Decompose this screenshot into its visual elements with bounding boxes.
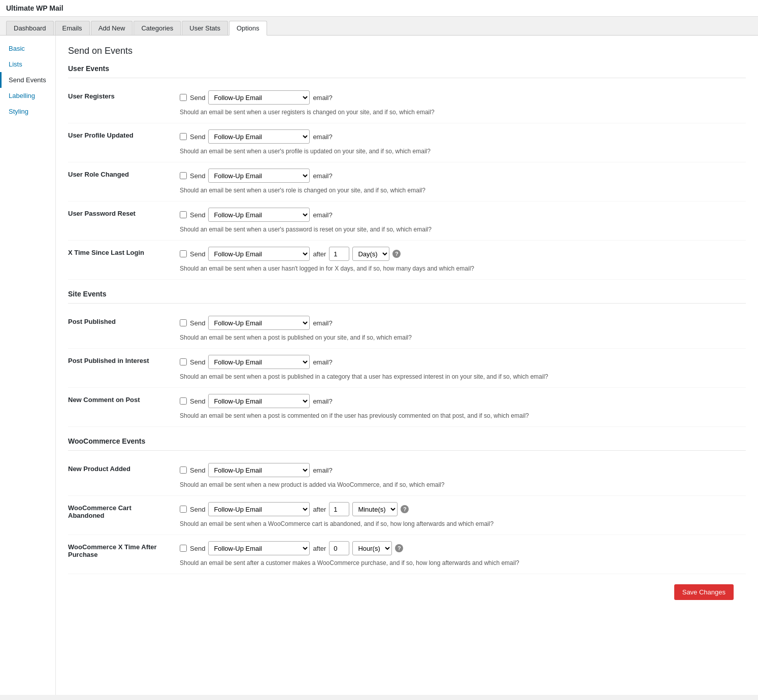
event-description: Should an email be sent when a user's pr…	[180, 147, 746, 156]
event-control-row: SendFollow-Up Emailemail?	[180, 463, 746, 477]
event-control-row: SendFollow-Up Emailemail?	[180, 394, 746, 408]
email-select[interactable]: Follow-Up Email	[208, 355, 310, 369]
nav-tab-options[interactable]: Options	[229, 21, 267, 36]
event-controls: SendFollow-Up Emailemail?Should an email…	[180, 394, 746, 420]
woo-events-list: New Product AddedSendFollow-Up Emailemai…	[68, 457, 746, 574]
event-label: WooCommerce X Time After Purchase	[68, 541, 180, 558]
after-label: after	[313, 545, 326, 552]
user-events-list: User RegistersSendFollow-Up Emailemail?S…	[68, 84, 746, 280]
event-controls: SendFollow-Up Emailemail?Should an email…	[180, 355, 746, 381]
send-label: Send	[190, 94, 205, 102]
nav-tab-dashboard[interactable]: Dashboard	[6, 21, 54, 35]
nav-tab-emails[interactable]: Emails	[55, 21, 90, 35]
nav-tab-user-stats[interactable]: User Stats	[182, 21, 228, 35]
site-events-title: Site Events	[68, 290, 746, 298]
email-select[interactable]: Follow-Up Email	[208, 169, 310, 183]
app-header: Ultimate WP Mail	[0, 0, 758, 17]
email-select[interactable]: Follow-Up Email	[208, 247, 310, 261]
sidebar-item-labelling[interactable]: Labelling	[0, 88, 55, 104]
event-checkbox[interactable]	[180, 397, 187, 405]
sidebar-item-basic[interactable]: Basic	[0, 41, 55, 56]
event-control-row: SendFollow-Up EmailafterHour(s)?	[180, 541, 746, 555]
event-description: Should an email be sent when a post is p…	[180, 372, 746, 381]
event-description: Should an email be sent after a customer…	[180, 558, 746, 568]
event-checkbox[interactable]	[180, 358, 187, 365]
event-description: Should an email be sent when a post is c…	[180, 411, 746, 420]
event-control-row: SendFollow-Up Emailemail?	[180, 208, 746, 222]
event-checkbox[interactable]	[180, 319, 187, 326]
help-icon[interactable]: ?	[401, 505, 409, 513]
event-controls: SendFollow-Up Emailemail?Should an email…	[180, 129, 746, 156]
event-control-row: SendFollow-Up Emailemail?	[180, 355, 746, 369]
unit-select[interactable]: Minute(s)	[352, 502, 398, 516]
email-select[interactable]: Follow-Up Email	[208, 541, 310, 555]
event-label: New Product Added	[68, 463, 180, 473]
sidebar-item-send-events[interactable]: Send Events	[0, 72, 55, 88]
event-checkbox[interactable]	[180, 211, 187, 218]
email-select[interactable]: Follow-Up Email	[208, 129, 310, 144]
email-select[interactable]: Follow-Up Email	[208, 502, 310, 516]
site-events-list: Post PublishedSendFollow-Up Emailemail?S…	[68, 310, 746, 427]
sidebar-item-lists[interactable]: Lists	[0, 56, 55, 72]
help-icon[interactable]: ?	[392, 250, 401, 258]
help-icon[interactable]: ?	[395, 544, 403, 552]
event-description: Should an email be sent when a user's pa…	[180, 225, 746, 234]
event-row: User RegistersSendFollow-Up Emailemail?S…	[68, 84, 746, 123]
woo-events-title: WooCommerce Events	[68, 437, 746, 445]
email-select[interactable]: Follow-Up Email	[208, 208, 310, 222]
event-controls: SendFollow-Up Emailemail?Should an email…	[180, 169, 746, 195]
event-control-row: SendFollow-Up EmailafterDay(s)?	[180, 247, 746, 261]
event-checkbox[interactable]	[180, 506, 187, 513]
email-label: email?	[313, 466, 332, 474]
email-label: email?	[313, 172, 332, 180]
event-row: X Time Since Last LoginSendFollow-Up Ema…	[68, 241, 746, 280]
event-label: User Password Reset	[68, 208, 180, 217]
event-control-row: SendFollow-Up Emailemail?	[180, 169, 746, 183]
after-number-input[interactable]	[329, 247, 349, 261]
event-control-row: SendFollow-Up EmailafterMinute(s)?	[180, 502, 746, 516]
nav-tab-categories[interactable]: Categories	[134, 21, 181, 35]
event-row: New Comment on PostSendFollow-Up Emailem…	[68, 388, 746, 427]
event-label: WooCommerce Cart Abandoned	[68, 502, 180, 519]
event-label: User Profile Updated	[68, 129, 180, 139]
event-controls: SendFollow-Up EmailafterHour(s)?Should a…	[180, 541, 746, 568]
event-row: User Password ResetSendFollow-Up Emailem…	[68, 202, 746, 241]
event-row: Post Published in InterestSendFollow-Up …	[68, 349, 746, 388]
send-label: Send	[190, 358, 205, 366]
unit-select[interactable]: Day(s)	[352, 247, 389, 261]
event-description: Should an email be sent when a new produ…	[180, 480, 746, 489]
event-checkbox[interactable]	[180, 94, 187, 101]
event-row: WooCommerce Cart AbandonedSendFollow-Up …	[68, 496, 746, 535]
email-select[interactable]: Follow-Up Email	[208, 463, 310, 477]
page-title: Send on Events	[68, 46, 746, 56]
event-row: User Profile UpdatedSendFollow-Up Emaile…	[68, 123, 746, 162]
after-number-input[interactable]	[329, 502, 349, 516]
app-title: Ultimate WP Mail	[6, 4, 63, 12]
event-description: Should an email be sent when a post is p…	[180, 333, 746, 342]
event-description: Should an email be sent when a user hasn…	[180, 264, 746, 273]
event-row: Post PublishedSendFollow-Up Emailemail?S…	[68, 310, 746, 349]
event-checkbox[interactable]	[180, 545, 187, 552]
event-checkbox[interactable]	[180, 172, 187, 179]
event-controls: SendFollow-Up Emailemail?Should an email…	[180, 463, 746, 489]
sidebar-item-styling[interactable]: Styling	[0, 104, 55, 119]
event-description: Should an email be sent when a user regi…	[180, 108, 746, 117]
event-label: User Role Changed	[68, 169, 180, 178]
event-checkbox[interactable]	[180, 133, 187, 140]
email-label: email?	[313, 358, 332, 366]
nav-tabs: DashboardEmailsAdd NewCategoriesUser Sta…	[0, 17, 758, 36]
event-control-row: SendFollow-Up Emailemail?	[180, 129, 746, 144]
event-checkbox[interactable]	[180, 250, 187, 257]
nav-tab-add-new[interactable]: Add New	[91, 21, 133, 35]
event-description: Should an email be sent when a WooCommer…	[180, 519, 746, 528]
event-label: New Comment on Post	[68, 394, 180, 404]
email-select[interactable]: Follow-Up Email	[208, 316, 310, 330]
unit-select[interactable]: Hour(s)	[352, 541, 392, 555]
email-select[interactable]: Follow-Up Email	[208, 90, 310, 105]
after-number-input[interactable]	[329, 541, 349, 555]
event-checkbox[interactable]	[180, 466, 187, 474]
after-label: after	[313, 506, 326, 513]
email-select[interactable]: Follow-Up Email	[208, 394, 310, 408]
event-row: New Product AddedSendFollow-Up Emailemai…	[68, 457, 746, 496]
save-changes-button[interactable]: Save Changes	[674, 584, 734, 600]
